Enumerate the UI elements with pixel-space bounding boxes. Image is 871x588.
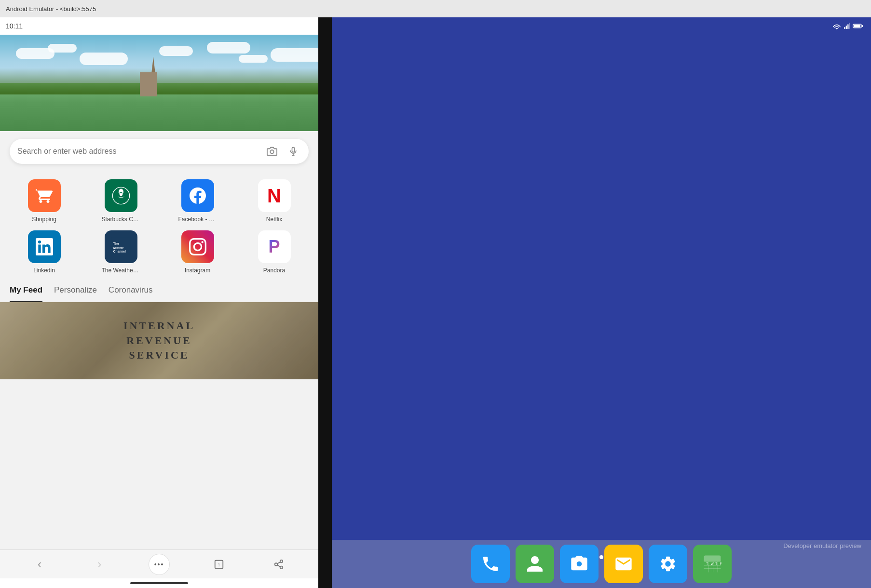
irs-text: INTERNAL REVENUE SERVICE	[123, 319, 195, 363]
svg-rect-23	[862, 25, 863, 27]
quick-link-instagram[interactable]: Instagram	[163, 230, 232, 274]
taskbar-facetime[interactable]	[516, 545, 554, 583]
weather-label: The Weather ...	[102, 267, 140, 274]
quick-link-facebook[interactable]: Facebook - L...	[163, 179, 232, 223]
netflix-icon: N	[258, 179, 291, 212]
browser-panel: 10:11	[0, 17, 318, 588]
church-body	[140, 72, 157, 96]
instagram-label: Instagram	[185, 267, 210, 274]
starbucks-label: Starbucks Co...	[102, 216, 140, 223]
taskbar-mail[interactable]	[604, 545, 643, 583]
svg-point-12	[280, 560, 283, 562]
svg-rect-18	[846, 26, 847, 28]
quick-link-netflix[interactable]: N Netflix	[240, 179, 309, 223]
home-bar	[130, 582, 188, 584]
linkedin-label: Linkedin	[33, 267, 55, 274]
forward-button[interactable]: ›	[89, 554, 110, 575]
svg-text:T: T	[706, 562, 708, 565]
svg-rect-1	[292, 147, 295, 152]
quick-link-shopping[interactable]: Shopping	[10, 179, 79, 223]
tab-myfeed[interactable]: My Feed	[10, 285, 42, 302]
taskbar-calendar[interactable]: T W T F	[693, 545, 732, 583]
tab-personalize[interactable]: Personalize	[54, 285, 97, 302]
search-bar[interactable]	[10, 139, 309, 164]
browser-nav: ‹ › ••• 1	[0, 549, 318, 578]
android-desktop: Developer emulator preview	[332, 17, 871, 588]
status-icons	[832, 23, 863, 29]
facebook-label: Facebook - L...	[178, 216, 217, 223]
search-input[interactable]	[17, 147, 259, 156]
hero-image	[0, 35, 318, 131]
browser-content[interactable]: Shopping	[0, 35, 318, 549]
trees	[0, 68, 318, 94]
quick-links-grid: Shopping	[10, 179, 309, 274]
svg-text:Weather: Weather	[112, 246, 124, 249]
weather-icon: The Weather Channel	[105, 230, 137, 263]
tab-coronavirus[interactable]: Coronavirus	[109, 285, 153, 302]
svg-rect-20	[849, 23, 850, 29]
title-bar: Android Emulator - <build>:5575	[0, 0, 871, 17]
linkedin-icon	[28, 230, 61, 263]
dot-indicator	[599, 555, 603, 559]
pandora-label: Pandora	[263, 267, 285, 274]
menu-dots-button[interactable]: •••	[149, 554, 170, 575]
quick-link-pandora[interactable]: P Pandora	[240, 230, 309, 274]
tabs-button[interactable]: 1	[208, 554, 230, 575]
quick-link-linkedin[interactable]: Linkedin	[10, 230, 79, 274]
facebook-icon	[181, 179, 214, 212]
svg-rect-22	[854, 25, 860, 27]
shopping-label: Shopping	[32, 216, 56, 223]
feed-content: INTERNAL REVENUE SERVICE	[0, 302, 318, 389]
svg-rect-17	[844, 27, 845, 29]
feed-tabs: My Feed Personalize Coronavirus	[0, 281, 318, 302]
svg-point-14	[280, 566, 283, 569]
android-status-bar	[332, 17, 871, 35]
feed-image: INTERNAL REVENUE SERVICE	[0, 302, 318, 379]
shopping-icon	[28, 179, 61, 212]
back-button[interactable]: ‹	[29, 554, 50, 575]
netflix-label: Netflix	[266, 216, 282, 223]
taskbar-camera[interactable]	[560, 545, 599, 583]
svg-line-16	[277, 561, 280, 563]
time-display: 10:11	[6, 22, 23, 30]
developer-preview-text: Developer emulator preview	[783, 542, 861, 549]
home-indicator	[0, 578, 318, 588]
svg-rect-19	[847, 25, 848, 29]
svg-text:T: T	[715, 562, 717, 565]
svg-line-15	[277, 565, 280, 567]
quick-links: Shopping	[0, 172, 318, 281]
title-bar-text: Android Emulator - <build>:5575	[6, 5, 96, 13]
taskbar-phone[interactable]	[471, 545, 510, 583]
svg-point-0	[270, 150, 273, 153]
svg-text:The: The	[113, 242, 119, 245]
svg-text:F: F	[720, 562, 721, 565]
svg-text:1: 1	[218, 562, 220, 567]
camera-search-icon[interactable]	[264, 144, 280, 159]
taskbar-settings[interactable]	[649, 545, 687, 583]
quick-link-weather[interactable]: The Weather Channel The Weather ...	[86, 230, 155, 274]
starbucks-icon	[105, 179, 137, 212]
microphone-icon[interactable]	[286, 144, 301, 159]
instagram-icon	[181, 230, 214, 263]
panel-divider	[318, 17, 332, 588]
share-button[interactable]	[268, 554, 289, 575]
svg-point-5	[120, 192, 122, 194]
svg-text:Channel: Channel	[113, 250, 125, 253]
search-bar-container	[0, 131, 318, 172]
svg-text:W: W	[711, 562, 714, 565]
pandora-icon: P	[258, 230, 291, 263]
status-bar: 10:11	[0, 17, 318, 35]
quick-link-starbucks[interactable]: Starbucks Co...	[86, 179, 155, 223]
desktop-area	[332, 35, 871, 540]
svg-point-13	[275, 563, 278, 566]
